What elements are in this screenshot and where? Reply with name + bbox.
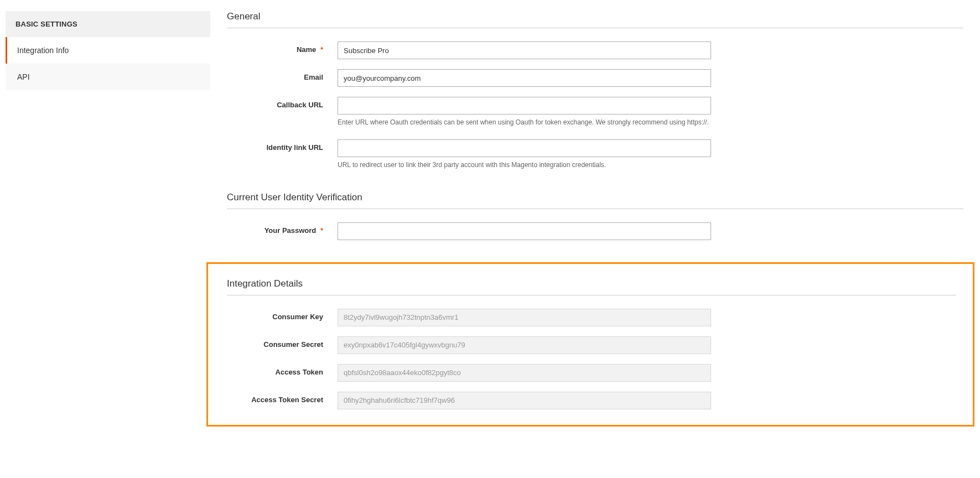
label-name: Name: [297, 45, 323, 54]
label-identity-link-url: Identity link URL: [266, 143, 323, 152]
label-consumer-secret: Consumer Secret: [263, 340, 323, 349]
section-verification: Current User Identity Verification Your …: [227, 192, 963, 240]
field-row-password: Your Password: [227, 222, 963, 240]
sidebar: BASIC SETTINGS Integration Info API: [6, 11, 210, 90]
label-access-token-secret: Access Token Secret: [251, 396, 323, 404]
input-email[interactable]: [338, 69, 711, 87]
section-title-general: General: [227, 11, 963, 28]
section-integration-details: Integration Details Consumer Key Consume…: [227, 278, 956, 409]
field-row-access-token-secret: Access Token Secret: [227, 392, 956, 409]
label-email: Email: [304, 73, 323, 81]
label-consumer-key: Consumer Key: [272, 313, 323, 321]
field-row-email: Email: [227, 69, 963, 87]
field-row-callback-url: Callback URL Enter URL where Oauth crede…: [227, 97, 963, 127]
label-password: Your Password: [265, 226, 323, 235]
note-identity-link-url: URL to redirect user to link their 3rd p…: [338, 160, 711, 170]
sidebar-heading: BASIC SETTINGS: [6, 11, 210, 37]
field-row-consumer-secret: Consumer Secret: [227, 336, 956, 354]
input-consumer-key[interactable]: [338, 309, 711, 326]
integration-details-highlight: Integration Details Consumer Key Consume…: [206, 262, 974, 427]
field-row-access-token: Access Token: [227, 364, 956, 382]
sidebar-tab-api[interactable]: API: [6, 64, 210, 90]
section-title-integration-details: Integration Details: [227, 278, 956, 295]
sidebar-tabs: Integration Info API: [6, 37, 210, 90]
input-password[interactable]: [338, 222, 711, 240]
input-consumer-secret[interactable]: [338, 336, 711, 354]
input-callback-url[interactable]: [338, 97, 711, 115]
section-title-verification: Current User Identity Verification: [227, 192, 963, 209]
section-general: General Name Email Callback U: [227, 11, 963, 170]
input-name[interactable]: [338, 41, 711, 59]
sidebar-tab-integration-info[interactable]: Integration Info: [6, 37, 210, 64]
field-row-identity-link-url: Identity link URL URL to redirect user t…: [227, 139, 963, 170]
label-callback-url: Callback URL: [277, 101, 323, 109]
field-row-name: Name: [227, 41, 963, 59]
input-access-token-secret[interactable]: [338, 392, 711, 409]
main-content: General Name Email Callback U: [227, 11, 974, 427]
label-access-token: Access Token: [276, 368, 323, 376]
input-identity-link-url[interactable]: [338, 139, 711, 157]
input-access-token[interactable]: [338, 364, 711, 382]
field-row-consumer-key: Consumer Key: [227, 309, 956, 326]
note-callback-url: Enter URL where Oauth credentials can be…: [338, 118, 711, 127]
